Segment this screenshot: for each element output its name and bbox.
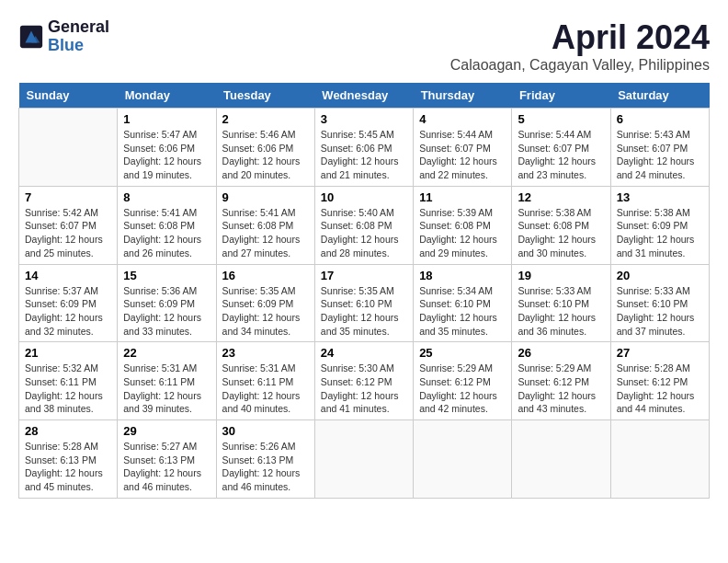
calendar-cell: 19Sunrise: 5:33 AM Sunset: 6:10 PM Dayli… xyxy=(512,264,610,342)
day-number: 1 xyxy=(123,112,210,126)
day-info: Sunrise: 5:38 AM Sunset: 6:09 PM Dayligh… xyxy=(617,206,703,260)
logo-icon xyxy=(18,24,44,50)
day-info: Sunrise: 5:39 AM Sunset: 6:08 PM Dayligh… xyxy=(419,206,506,260)
day-number: 15 xyxy=(123,269,210,282)
day-number: 25 xyxy=(419,346,506,360)
day-info: Sunrise: 5:47 AM Sunset: 6:06 PM Dayligh… xyxy=(123,128,210,182)
calendar-cell: 21Sunrise: 5:32 AM Sunset: 6:11 PM Dayli… xyxy=(19,342,118,420)
calendar-cell xyxy=(512,420,610,499)
day-number: 5 xyxy=(518,112,604,126)
day-info: Sunrise: 5:45 AM Sunset: 6:06 PM Dayligh… xyxy=(321,128,407,182)
day-number: 2 xyxy=(222,112,309,126)
day-number: 12 xyxy=(518,190,604,204)
calendar-cell xyxy=(19,109,118,187)
week-row-1: 1Sunrise: 5:47 AM Sunset: 6:06 PM Daylig… xyxy=(19,109,710,187)
day-info: Sunrise: 5:41 AM Sunset: 6:08 PM Dayligh… xyxy=(222,206,309,260)
week-row-4: 21Sunrise: 5:32 AM Sunset: 6:11 PM Dayli… xyxy=(19,342,710,420)
day-number: 8 xyxy=(123,190,210,204)
day-info: Sunrise: 5:44 AM Sunset: 6:07 PM Dayligh… xyxy=(518,128,604,182)
header-row: Sunday Monday Tuesday Wednesday Thursday… xyxy=(19,83,710,109)
day-info: Sunrise: 5:36 AM Sunset: 6:09 PM Dayligh… xyxy=(123,284,210,339)
day-info: Sunrise: 5:32 AM Sunset: 6:11 PM Dayligh… xyxy=(25,362,111,416)
calendar-cell: 29Sunrise: 5:27 AM Sunset: 6:13 PM Dayli… xyxy=(118,420,216,499)
day-info: Sunrise: 5:30 AM Sunset: 6:12 PM Dayligh… xyxy=(321,362,407,416)
day-info: Sunrise: 5:40 AM Sunset: 6:08 PM Dayligh… xyxy=(321,206,407,260)
day-number: 19 xyxy=(518,269,604,282)
day-info: Sunrise: 5:34 AM Sunset: 6:10 PM Dayligh… xyxy=(419,284,506,339)
day-number: 4 xyxy=(419,112,506,126)
calendar-cell: 26Sunrise: 5:29 AM Sunset: 6:12 PM Dayli… xyxy=(512,342,610,420)
calendar-cell: 20Sunrise: 5:33 AM Sunset: 6:10 PM Dayli… xyxy=(610,264,709,342)
calendar-cell: 8Sunrise: 5:41 AM Sunset: 6:08 PM Daylig… xyxy=(118,186,216,264)
day-number: 9 xyxy=(222,190,309,204)
logo-general: General xyxy=(48,18,109,37)
calendar-cell: 6Sunrise: 5:43 AM Sunset: 6:07 PM Daylig… xyxy=(610,109,709,187)
day-number: 13 xyxy=(617,190,703,204)
day-info: Sunrise: 5:33 AM Sunset: 6:10 PM Dayligh… xyxy=(617,284,703,339)
day-info: Sunrise: 5:26 AM Sunset: 6:13 PM Dayligh… xyxy=(222,440,309,494)
calendar-cell: 13Sunrise: 5:38 AM Sunset: 6:09 PM Dayli… xyxy=(610,186,709,264)
calendar-cell: 4Sunrise: 5:44 AM Sunset: 6:07 PM Daylig… xyxy=(414,109,512,187)
day-info: Sunrise: 5:43 AM Sunset: 6:07 PM Dayligh… xyxy=(617,128,703,182)
calendar-cell: 3Sunrise: 5:45 AM Sunset: 6:06 PM Daylig… xyxy=(314,109,413,187)
calendar-cell: 24Sunrise: 5:30 AM Sunset: 6:12 PM Dayli… xyxy=(314,342,413,420)
calendar-cell: 22Sunrise: 5:31 AM Sunset: 6:11 PM Dayli… xyxy=(118,342,216,420)
calendar-cell: 27Sunrise: 5:28 AM Sunset: 6:12 PM Dayli… xyxy=(610,342,709,420)
header-monday: Monday xyxy=(118,83,216,109)
page-header: General Blue April 2024 Calaoagan, Cagay… xyxy=(18,18,710,74)
calendar-table: Sunday Monday Tuesday Wednesday Thursday… xyxy=(18,83,710,499)
calendar-cell: 11Sunrise: 5:39 AM Sunset: 6:08 PM Dayli… xyxy=(414,186,512,264)
day-number: 14 xyxy=(25,269,111,282)
header-tuesday: Tuesday xyxy=(216,83,314,109)
calendar-cell: 12Sunrise: 5:38 AM Sunset: 6:08 PM Dayli… xyxy=(512,186,610,264)
day-info: Sunrise: 5:28 AM Sunset: 6:12 PM Dayligh… xyxy=(617,362,703,416)
header-friday: Friday xyxy=(512,83,610,109)
calendar-cell xyxy=(610,420,709,499)
calendar-cell: 7Sunrise: 5:42 AM Sunset: 6:07 PM Daylig… xyxy=(19,186,118,264)
calendar-cell: 28Sunrise: 5:28 AM Sunset: 6:13 PM Dayli… xyxy=(19,420,118,499)
day-info: Sunrise: 5:38 AM Sunset: 6:08 PM Dayligh… xyxy=(518,206,604,260)
day-info: Sunrise: 5:29 AM Sunset: 6:12 PM Dayligh… xyxy=(419,362,506,416)
calendar-cell xyxy=(314,420,413,499)
day-number: 20 xyxy=(617,269,703,282)
calendar-cell: 10Sunrise: 5:40 AM Sunset: 6:08 PM Dayli… xyxy=(314,186,413,264)
calendar-cell: 25Sunrise: 5:29 AM Sunset: 6:12 PM Dayli… xyxy=(414,342,512,420)
day-info: Sunrise: 5:44 AM Sunset: 6:07 PM Dayligh… xyxy=(419,128,506,182)
calendar-cell: 17Sunrise: 5:35 AM Sunset: 6:10 PM Dayli… xyxy=(314,264,413,342)
header-wednesday: Wednesday xyxy=(314,83,413,109)
logo: General Blue xyxy=(18,18,109,55)
week-row-2: 7Sunrise: 5:42 AM Sunset: 6:07 PM Daylig… xyxy=(19,186,710,264)
calendar-cell: 30Sunrise: 5:26 AM Sunset: 6:13 PM Dayli… xyxy=(216,420,314,499)
day-number: 6 xyxy=(617,112,703,126)
day-number: 26 xyxy=(518,346,604,360)
day-number: 22 xyxy=(123,346,210,360)
day-info: Sunrise: 5:27 AM Sunset: 6:13 PM Dayligh… xyxy=(123,440,210,494)
logo-text: General Blue xyxy=(48,18,109,55)
day-number: 16 xyxy=(222,269,309,282)
day-info: Sunrise: 5:35 AM Sunset: 6:10 PM Dayligh… xyxy=(321,284,407,339)
calendar-cell: 2Sunrise: 5:46 AM Sunset: 6:06 PM Daylig… xyxy=(216,109,314,187)
calendar-cell: 15Sunrise: 5:36 AM Sunset: 6:09 PM Dayli… xyxy=(118,264,216,342)
day-info: Sunrise: 5:35 AM Sunset: 6:09 PM Dayligh… xyxy=(222,284,309,339)
day-number: 18 xyxy=(419,269,506,282)
day-info: Sunrise: 5:29 AM Sunset: 6:12 PM Dayligh… xyxy=(518,362,604,416)
day-number: 10 xyxy=(321,190,407,204)
month-title: April 2024 xyxy=(450,18,710,57)
header-sunday: Sunday xyxy=(19,83,118,109)
day-number: 24 xyxy=(321,346,407,360)
calendar-cell: 23Sunrise: 5:31 AM Sunset: 6:11 PM Dayli… xyxy=(216,342,314,420)
week-row-5: 28Sunrise: 5:28 AM Sunset: 6:13 PM Dayli… xyxy=(19,420,710,499)
week-row-3: 14Sunrise: 5:37 AM Sunset: 6:09 PM Dayli… xyxy=(19,264,710,342)
calendar-cell: 1Sunrise: 5:47 AM Sunset: 6:06 PM Daylig… xyxy=(118,109,216,187)
day-number: 17 xyxy=(321,269,407,282)
calendar-cell: 14Sunrise: 5:37 AM Sunset: 6:09 PM Dayli… xyxy=(19,264,118,342)
header-saturday: Saturday xyxy=(610,83,709,109)
calendar-cell: 5Sunrise: 5:44 AM Sunset: 6:07 PM Daylig… xyxy=(512,109,610,187)
calendar-cell: 9Sunrise: 5:41 AM Sunset: 6:08 PM Daylig… xyxy=(216,186,314,264)
day-number: 7 xyxy=(25,190,111,204)
day-number: 3 xyxy=(321,112,407,126)
day-info: Sunrise: 5:31 AM Sunset: 6:11 PM Dayligh… xyxy=(222,362,309,416)
day-number: 30 xyxy=(222,424,309,438)
title-section: April 2024 Calaoagan, Cagayan Valley, Ph… xyxy=(450,18,710,74)
day-info: Sunrise: 5:31 AM Sunset: 6:11 PM Dayligh… xyxy=(123,362,210,416)
